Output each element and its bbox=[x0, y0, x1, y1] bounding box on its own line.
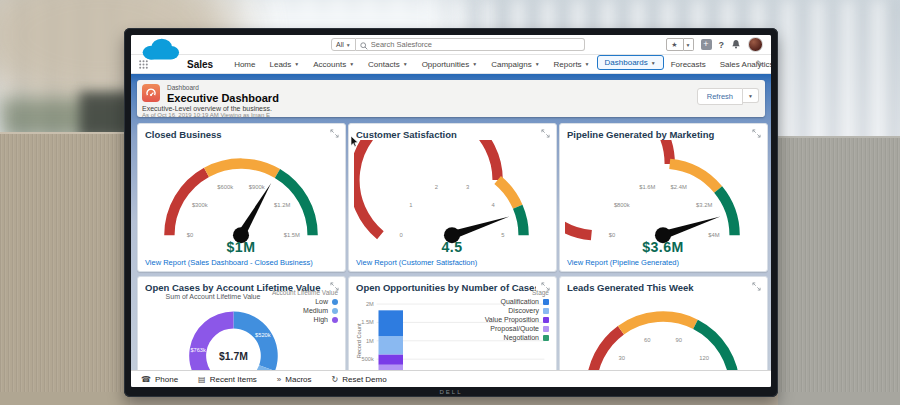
panel-title: Closed Business bbox=[145, 129, 325, 140]
legend-item-discovery: Discovery bbox=[485, 307, 549, 314]
svg-text:$2.4M: $2.4M bbox=[671, 184, 687, 190]
chevron-down-icon: ▼ bbox=[346, 42, 351, 48]
legend-label: Value Proposition bbox=[485, 316, 539, 323]
macros-icon: » bbox=[277, 375, 281, 384]
legend-label: Low bbox=[315, 298, 328, 305]
svg-text:1: 1 bbox=[409, 202, 412, 208]
svg-text:$763k: $763k bbox=[190, 347, 206, 353]
global-search bbox=[356, 38, 585, 51]
legend-label: Qualification bbox=[500, 298, 539, 305]
utility-label: Recent Items bbox=[210, 375, 257, 384]
utility-reset-demo[interactable]: ↻Reset Demo bbox=[332, 375, 387, 384]
monitor: All ▼ ★ ▼ + ? bbox=[124, 28, 778, 397]
tab-label: Leads bbox=[269, 60, 291, 69]
gauge-chart: $0$300k$600k$900k$1.2M$1.5M$1M bbox=[143, 140, 339, 261]
expand-icon[interactable] bbox=[330, 129, 339, 138]
svg-text:$3.2M: $3.2M bbox=[696, 202, 712, 208]
panel-title: Pipeline Generated by Marketing bbox=[567, 129, 747, 140]
svg-text:90: 90 bbox=[675, 337, 682, 343]
legend-item-qualification: Qualification bbox=[485, 298, 549, 305]
tab-accounts[interactable]: Accounts▼ bbox=[306, 55, 361, 73]
tab-reports[interactable]: Reports▼ bbox=[547, 55, 597, 73]
panel-title: Customer Satisfaction bbox=[356, 129, 536, 140]
chevron-down-icon: ▼ bbox=[585, 61, 590, 67]
app-nav-bar: Sales HomeLeads▼Accounts▼Contacts▼Opport… bbox=[131, 55, 771, 74]
chevron-down-icon: ▼ bbox=[349, 61, 354, 67]
tab-label: Sales Analytics bbox=[720, 60, 771, 69]
utility-recent-items[interactable]: ▤Recent Items bbox=[198, 375, 257, 384]
svg-text:$1M: $1M bbox=[227, 239, 256, 255]
svg-text:Record Count: Record Count bbox=[356, 323, 362, 358]
chevron-down-icon: ▼ bbox=[294, 61, 299, 67]
tab-contacts[interactable]: Contacts▼ bbox=[361, 55, 415, 73]
add-box-icon[interactable]: + bbox=[701, 39, 712, 50]
tab-opportunities[interactable]: Opportunities▼ bbox=[415, 55, 485, 73]
tab-bar: HomeLeads▼Accounts▼Contacts▼Opportunitie… bbox=[227, 55, 771, 73]
cubicle-partition-right bbox=[777, 136, 900, 405]
legend-item-negotiation: Negotiation bbox=[485, 334, 549, 341]
refresh-menu-button[interactable]: ▼ bbox=[743, 88, 759, 103]
search-input[interactable] bbox=[356, 39, 584, 50]
salesforce-logo bbox=[137, 37, 183, 63]
svg-text:$600k: $600k bbox=[217, 184, 233, 190]
tab-forecasts[interactable]: Forecasts bbox=[664, 55, 713, 73]
legend-label: Negotiation bbox=[504, 334, 539, 341]
tab-campaigns[interactable]: Campaigns▼ bbox=[484, 55, 546, 73]
tab-label: Opportunities bbox=[422, 60, 470, 69]
legend-item-high: High bbox=[272, 316, 338, 323]
legend-label: Medium bbox=[303, 307, 328, 314]
recent-items-icon: ▤ bbox=[198, 375, 206, 384]
tab-dashboards[interactable]: Dashboards▼ bbox=[597, 55, 664, 70]
svg-text:$3.6M: $3.6M bbox=[642, 239, 684, 255]
utility-phone[interactable]: ☎Phone bbox=[141, 375, 178, 384]
svg-text:$1.5M: $1.5M bbox=[284, 232, 300, 238]
avatar[interactable] bbox=[748, 37, 763, 52]
legend-item-low: Low bbox=[272, 298, 338, 305]
tab-home[interactable]: Home bbox=[227, 55, 262, 73]
chevron-down-icon: ▼ bbox=[535, 61, 540, 67]
legend-label: High bbox=[314, 316, 328, 323]
dashboard-content: Dashboard Executive Dashboard Executive-… bbox=[131, 72, 771, 387]
legend-title: Account Lifetime Value bbox=[272, 289, 338, 296]
svg-text:1.5M: 1.5M bbox=[361, 319, 374, 325]
utility-label: Phone bbox=[155, 375, 178, 384]
cubicle-partition-left bbox=[0, 132, 129, 405]
svg-text:$0: $0 bbox=[609, 232, 616, 238]
utility-macros[interactable]: »Macros bbox=[277, 375, 312, 384]
expand-icon[interactable] bbox=[541, 129, 550, 138]
view-report-link[interactable]: View Report (Customer Satisfaction) bbox=[356, 258, 477, 267]
app-name: Sales bbox=[187, 59, 213, 70]
view-report-link[interactable]: View Report (Sales Dashboard - Closed Bu… bbox=[145, 258, 313, 267]
tab-leads[interactable]: Leads▼ bbox=[262, 55, 306, 73]
svg-text:4.5: 4.5 bbox=[441, 239, 462, 255]
page-title: Executive Dashboard bbox=[167, 92, 279, 104]
favorites-star-button[interactable]: ★ bbox=[666, 38, 684, 51]
panel-customer-satisfaction: Customer Satisfaction 0123454.5 View Rep… bbox=[348, 123, 557, 272]
svg-text:$1.2M: $1.2M bbox=[274, 202, 290, 208]
expand-icon[interactable] bbox=[752, 282, 761, 291]
svg-text:$900k: $900k bbox=[249, 184, 265, 190]
gauge-chart: $0$800k$1.6M$2.4M$3.2M$4M$3.6M bbox=[565, 140, 761, 261]
search-scope-select[interactable]: All ▼ bbox=[331, 38, 356, 51]
notifications-bell-icon[interactable] bbox=[731, 39, 741, 50]
tab-label: Reports bbox=[554, 60, 582, 69]
panel-closed-business: Closed Business $0$300k$600k$900k$1.2M$1… bbox=[137, 123, 346, 272]
legend-swatch bbox=[332, 317, 338, 323]
favorites-menu-button[interactable]: ▼ bbox=[684, 38, 694, 51]
gauge-chart: 0123454.5 bbox=[354, 140, 550, 261]
legend-label: Discovery bbox=[508, 307, 539, 314]
help-icon[interactable]: ? bbox=[719, 40, 725, 50]
refresh-button[interactable]: Refresh bbox=[697, 88, 743, 105]
svg-text:$0: $0 bbox=[187, 232, 194, 238]
edit-pencil-icon[interactable]: ✎ bbox=[755, 59, 763, 69]
svg-text:$4M: $4M bbox=[708, 232, 719, 238]
chevron-down-icon: ▼ bbox=[651, 60, 656, 66]
svg-text:$520k: $520k bbox=[255, 332, 271, 338]
svg-text:1M: 1M bbox=[366, 338, 374, 344]
tab-label: Dashboards bbox=[605, 58, 648, 67]
utility-label: Reset Demo bbox=[342, 375, 386, 384]
expand-icon[interactable] bbox=[752, 129, 761, 138]
dashboard-as-of: As of Oct 16, 2019 10:19 AM Viewing as I… bbox=[142, 112, 270, 118]
view-report-link[interactable]: View Report (Pipeline Generated) bbox=[567, 258, 679, 267]
tab-label: Campaigns bbox=[491, 60, 531, 69]
